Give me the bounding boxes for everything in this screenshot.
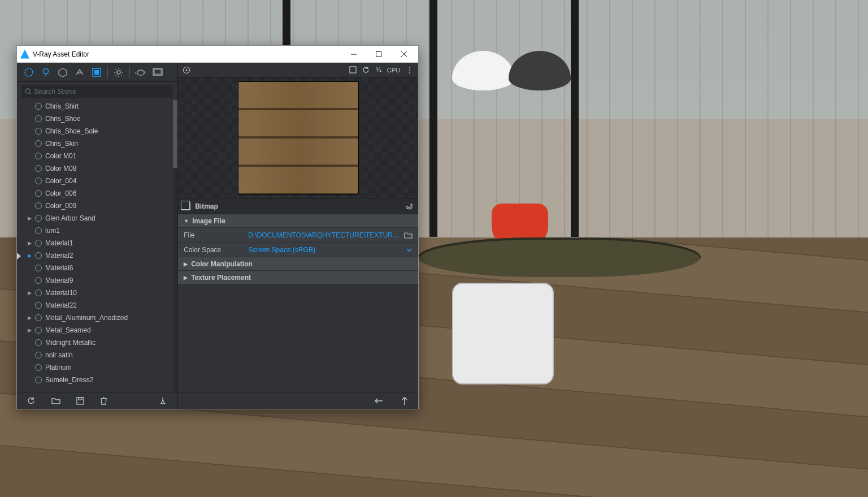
nav-back-icon[interactable] — [374, 397, 383, 404]
material-name: Color_009 — [45, 202, 76, 210]
frame-buffer-icon[interactable] — [150, 65, 165, 80]
section-color-manipulation[interactable]: ▶ Color Manipulation — [178, 257, 418, 271]
category-toolbar — [17, 63, 177, 82]
material-swatch-icon — [35, 252, 42, 259]
lights-tab-icon[interactable] — [38, 65, 53, 80]
preview-refresh-icon[interactable] — [362, 66, 370, 74]
window-title: V-Ray Asset Editor — [33, 50, 89, 58]
search-icon — [25, 88, 32, 95]
chevron-right-icon: ▶ — [184, 261, 188, 267]
delete-icon[interactable] — [100, 396, 107, 405]
svg-rect-23 — [79, 397, 82, 400]
material-swatch-icon — [35, 103, 42, 110]
svg-line-17 — [116, 75, 117, 76]
material-item[interactable]: Material9 — [17, 274, 177, 287]
material-item[interactable]: ▶Material10 — [17, 287, 177, 299]
render-elements-tab-icon[interactable] — [72, 65, 87, 80]
material-item[interactable]: ▶Material1 — [17, 237, 177, 249]
preview-target-icon[interactable] — [183, 66, 190, 74]
textures-tab-icon[interactable] — [89, 65, 104, 80]
preview-frame-icon[interactable] — [349, 66, 357, 74]
material-swatch-icon — [35, 240, 42, 247]
material-item[interactable]: ▶Material2 — [17, 249, 177, 262]
file-path-value[interactable]: D:\DOCUMENTOS\ARQHYTECTURE\TEXTUR... — [248, 231, 398, 239]
colorspace-value[interactable]: Screen Space (sRGB) — [248, 246, 400, 254]
material-item[interactable]: Chris_Skin — [17, 137, 177, 150]
material-item[interactable]: ▶Metal_Seamed — [17, 324, 177, 336]
right-pane: ¹⁄₁ CPU ⋮ Bitmap ▼ Image File — [178, 63, 418, 409]
close-button[interactable] — [391, 46, 416, 62]
geometry-tab-icon[interactable] — [55, 65, 70, 80]
material-swatch-icon — [35, 364, 42, 371]
titlebar[interactable]: V-Ray Asset Editor — [17, 46, 418, 63]
material-item[interactable]: Color_004 — [17, 175, 177, 187]
material-item[interactable]: Color M08 — [17, 162, 177, 175]
material-name: Color M01 — [45, 152, 76, 160]
svg-line-16 — [121, 69, 122, 70]
material-swatch-icon — [35, 153, 42, 159]
svg-line-21 — [29, 93, 31, 94]
material-item[interactable]: Material6 — [17, 262, 177, 274]
svg-point-5 — [44, 68, 49, 74]
expand-caret-icon[interactable]: ▶ — [27, 215, 32, 221]
section-texture-placement[interactable]: ▶ Texture Placement — [178, 271, 418, 284]
section-color-manipulation-label: Color Manipulation — [191, 260, 253, 268]
texture-preview[interactable] — [178, 77, 418, 198]
render-teapot-icon[interactable] — [133, 65, 148, 80]
expand-caret-icon[interactable]: ▶ — [27, 290, 32, 296]
expand-caret-icon[interactable]: ▶ — [27, 253, 32, 258]
chair-white — [452, 283, 554, 384]
material-item[interactable]: lum1 — [17, 224, 177, 237]
svg-point-9 — [117, 71, 120, 74]
file-row: File D:\DOCUMENTOS\ARQHYTECTURE\TEXTUR..… — [178, 228, 418, 243]
material-swatch-icon — [35, 178, 42, 184]
browse-file-icon[interactable] — [404, 232, 413, 239]
svg-line-14 — [116, 69, 117, 70]
expand-caret-icon[interactable]: ▶ — [27, 327, 32, 333]
material-name: lum1 — [45, 227, 60, 235]
preview-menu-icon[interactable]: ⋮ — [406, 68, 414, 72]
material-item[interactable]: noir satin — [17, 349, 177, 361]
svg-line-15 — [121, 75, 122, 76]
material-item[interactable]: Midnight Metallic — [17, 336, 177, 349]
material-swatch-icon — [35, 190, 42, 197]
minimize-button[interactable] — [341, 46, 366, 62]
expand-caret-icon[interactable]: ▶ — [27, 315, 32, 321]
settings-icon[interactable] — [111, 65, 126, 80]
scrollbar-track[interactable] — [173, 100, 177, 392]
vray-asset-editor-window: V-Ray Asset Editor — [16, 45, 419, 409]
material-swatch-icon — [35, 339, 42, 346]
material-item[interactable]: Color M01 — [17, 150, 177, 162]
maximize-button[interactable] — [366, 46, 391, 62]
refresh-icon[interactable] — [27, 396, 36, 405]
svg-rect-26 — [350, 67, 356, 73]
colorspace-dropdown-icon[interactable] — [406, 247, 413, 253]
material-name: Chris_Shirt — [45, 102, 79, 110]
material-item[interactable]: Chris_Shirt — [17, 100, 177, 113]
materials-tab-icon[interactable] — [21, 65, 36, 80]
material-swatch-icon — [35, 202, 42, 209]
purge-icon[interactable] — [159, 396, 167, 405]
material-item[interactable]: Color_006 — [17, 187, 177, 200]
add-layer-icon[interactable] — [405, 202, 414, 210]
preview-toolbar: ¹⁄₁ CPU ⋮ — [178, 63, 418, 77]
nav-up-icon[interactable] — [401, 396, 408, 405]
search-field[interactable]: Search Scene — [21, 85, 173, 98]
save-icon[interactable] — [76, 397, 84, 405]
material-swatch-icon — [35, 128, 42, 135]
expand-caret-icon[interactable]: ▶ — [27, 240, 32, 246]
material-item[interactable]: Color_009 — [17, 200, 177, 212]
material-list[interactable]: Chris_ShirtChris_ShoeChris_Shoe_SoleChri… — [17, 100, 177, 392]
preview-ratio[interactable]: ¹⁄₁ — [376, 66, 381, 74]
preview-engine[interactable]: CPU — [387, 67, 400, 74]
material-item[interactable]: Material22 — [17, 299, 177, 312]
material-item[interactable]: ▶Metal_Aluminum_Anodized — [17, 312, 177, 324]
material-item[interactable]: Chris_Shoe_Sole — [17, 125, 177, 137]
material-item[interactable]: ▶Glen Arbor Sand — [17, 212, 177, 224]
section-image-file[interactable]: ▼ Image File — [178, 214, 418, 228]
material-item[interactable]: Sumele_Dress2 — [17, 374, 177, 386]
material-item[interactable]: Platinum — [17, 361, 177, 374]
material-item[interactable]: Chris_Shoe — [17, 113, 177, 125]
open-folder-icon[interactable] — [51, 397, 60, 404]
scrollbar-thumb[interactable] — [173, 100, 177, 168]
